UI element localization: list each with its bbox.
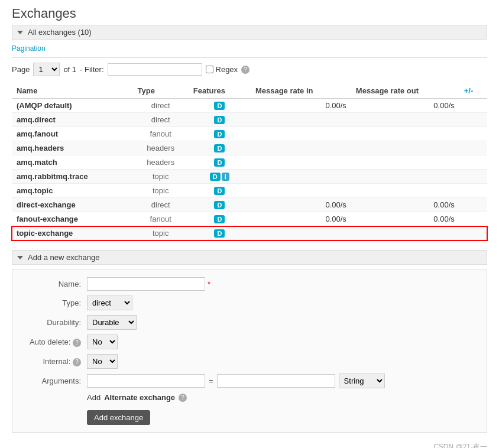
cell-rate-in: 0.00/s	[251, 99, 351, 113]
arg-type-select[interactable]: String Number Boolean	[339, 374, 385, 388]
durability-label: Durability:	[22, 318, 87, 327]
cell-name: amq.headers	[12, 141, 133, 155]
regex-help-icon[interactable]: ?	[241, 66, 250, 74]
cell-type: direct	[133, 99, 189, 113]
col-plus-header[interactable]: +/-	[459, 83, 487, 99]
cell-rate-out	[351, 155, 459, 170]
page-label: Page	[12, 65, 30, 74]
auto-delete-select[interactable]: No Yes	[87, 335, 118, 349]
col-type-header: Type	[133, 83, 189, 99]
feature-badge: D	[214, 144, 225, 152]
feature-badge: I	[222, 173, 229, 181]
feature-badge: D	[214, 102, 225, 110]
cell-rate-in	[251, 170, 351, 184]
auto-delete-row: Auto delete: ? No Yes	[22, 335, 477, 349]
name-row: Name: *	[22, 277, 477, 291]
internal-select[interactable]: No Yes	[87, 354, 118, 369]
type-select[interactable]: direct fanout headers topic	[87, 296, 132, 310]
cell-rate-out	[351, 170, 459, 184]
add-exchange-header[interactable]: Add a new exchange	[12, 250, 487, 265]
cell-features: D	[189, 141, 251, 155]
col-rate-in-header: Message rate in	[251, 83, 351, 99]
col-rate-out-header: Message rate out	[351, 83, 459, 99]
table-row[interactable]: direct-exchangedirectD0.00/s0.00/s	[12, 198, 487, 212]
cell-features: D	[189, 198, 251, 212]
cell-type: headers	[133, 155, 189, 170]
regex-text: Regex	[216, 65, 238, 74]
add-collapse-icon	[17, 256, 23, 259]
page-select[interactable]: 1	[33, 63, 60, 76]
cell-rate-out: 0.00/s	[351, 198, 459, 212]
feature-badge: D	[214, 116, 225, 124]
cell-name: (AMQP default)	[12, 99, 133, 113]
cell-rate-in	[251, 155, 351, 170]
regex-label: Regex	[206, 65, 238, 74]
table-row[interactable]: amq.rabbitmq.tracetopicDI	[12, 170, 487, 184]
cell-rate-out: 0.00/s	[351, 212, 459, 226]
durability-select[interactable]: Durable Transient	[87, 315, 137, 330]
regex-checkbox[interactable]	[206, 66, 213, 73]
feature-badge: D	[214, 158, 225, 167]
table-row[interactable]: amq.matchheadersD	[12, 155, 487, 170]
feature-badge: D	[214, 201, 225, 209]
col-name-header: Name	[12, 83, 133, 99]
cell-type: fanout	[133, 127, 189, 141]
cell-features: DI	[189, 170, 251, 184]
cell-features: D	[189, 184, 251, 198]
name-input[interactable]	[87, 277, 205, 291]
cell-rate-in	[251, 226, 351, 241]
cell-type: direct	[133, 198, 189, 212]
cell-name: amq.rabbitmq.trace	[12, 170, 133, 184]
cell-features: D	[189, 127, 251, 141]
cell-plus	[459, 141, 487, 155]
cell-rate-out: 0.00/s	[351, 99, 459, 113]
arg-key-input[interactable]	[87, 374, 205, 388]
collapse-icon	[17, 31, 23, 34]
alt-exchange-row: Add Alternate exchange ?	[22, 393, 477, 402]
auto-delete-help-icon[interactable]: ?	[73, 339, 81, 347]
internal-help-icon[interactable]: ?	[73, 358, 81, 366]
watermark: CSDN @21-夜一	[12, 442, 487, 448]
internal-row: Internal: ? No Yes	[22, 354, 477, 369]
filter-input[interactable]	[108, 63, 202, 76]
cell-plus	[459, 113, 487, 127]
arg-value-input[interactable]	[217, 374, 335, 388]
type-row: Type: direct fanout headers topic	[22, 296, 477, 310]
alt-exchange-help-icon[interactable]: ?	[179, 394, 187, 402]
table-row[interactable]: topic-exchangetopicD	[12, 226, 487, 241]
cell-plus	[459, 127, 487, 141]
feature-badge: D	[214, 215, 225, 223]
all-exchanges-header[interactable]: All exchanges (10)	[12, 25, 487, 40]
cell-rate-in	[251, 184, 351, 198]
pagination-label: Pagination	[12, 44, 487, 53]
cell-type: headers	[133, 141, 189, 155]
cell-plus	[459, 212, 487, 226]
all-exchanges-label: All exchanges (10)	[28, 28, 92, 37]
table-row[interactable]: amq.headersheadersD	[12, 141, 487, 155]
cell-features: D	[189, 113, 251, 127]
alt-exchange-label: Alternate exchange	[104, 393, 175, 402]
submit-row: Add exchange	[22, 407, 477, 425]
table-row[interactable]: amq.fanoutfanoutD	[12, 127, 487, 141]
add-exchange-button[interactable]: Add exchange	[87, 410, 150, 425]
cell-features: D	[189, 155, 251, 170]
pagination-row: Page 1 of 1 - Filter: Regex ?	[12, 63, 487, 76]
cell-plus	[459, 226, 487, 241]
of-label: of 1	[63, 65, 76, 74]
table-row[interactable]: (AMQP default)directD0.00/s0.00/s	[12, 99, 487, 113]
cell-name: amq.direct	[12, 113, 133, 127]
cell-name: topic-exchange	[12, 226, 133, 241]
table-row[interactable]: fanout-exchangefanoutD0.00/s0.00/s	[12, 212, 487, 226]
cell-rate-in: 0.00/s	[251, 198, 351, 212]
table-row[interactable]: amq.directdirectD	[12, 113, 487, 127]
cell-plus	[459, 184, 487, 198]
add-label: Add	[87, 393, 101, 402]
pagination-section: Pagination Page 1 of 1 - Filter: Regex ?	[12, 44, 487, 76]
feature-badge: D	[214, 130, 225, 138]
cell-name: amq.topic	[12, 184, 133, 198]
cell-type: topic	[133, 170, 189, 184]
cell-name: amq.fanout	[12, 127, 133, 141]
table-row[interactable]: amq.topictopicD	[12, 184, 487, 198]
table-header-row: Name Type Features Message rate in Messa…	[12, 83, 487, 99]
cell-features: D	[189, 99, 251, 113]
